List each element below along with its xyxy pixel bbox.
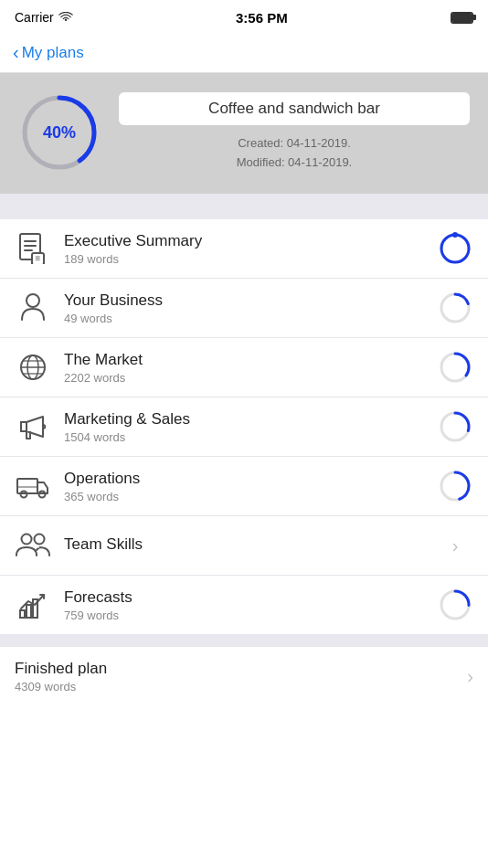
- carrier-label: Carrier: [15, 10, 73, 25]
- ring-indicator-partial: [437, 290, 473, 326]
- truck-icon: [15, 468, 51, 504]
- item-text: Executive Summary 189 words: [64, 232, 424, 266]
- svg-point-30: [35, 535, 45, 545]
- chevron-indicator: ›: [437, 527, 473, 564]
- person-icon: [15, 290, 51, 326]
- nav-bar: ‹ My plans: [0, 33, 488, 73]
- plan-list: ≡ Executive Summary 189 words Your Busin…: [0, 219, 488, 634]
- svg-rect-23: [17, 479, 37, 493]
- back-label: My plans: [22, 44, 84, 62]
- item-text: Team Skills: [64, 535, 424, 556]
- finished-plan-title: Finished plan: [15, 660, 454, 678]
- item-text: Marketing & Sales 1504 words: [64, 410, 424, 444]
- status-time: 3:56 PM: [236, 10, 288, 26]
- list-item[interactable]: Forecasts 759 words: [0, 576, 488, 634]
- ring-indicator-partial: [437, 587, 473, 623]
- ring-indicator-partial: [437, 468, 473, 504]
- list-item[interactable]: Operations 365 words: [0, 457, 488, 516]
- battery-indicator: [451, 12, 473, 24]
- svg-rect-32: [27, 605, 31, 618]
- list-item[interactable]: The Market 2202 words: [0, 338, 488, 397]
- status-bar: Carrier 3:56 PM: [0, 0, 488, 33]
- svg-rect-5: [24, 249, 33, 251]
- wifi-icon: [58, 12, 73, 23]
- item-text: Your Business 49 words: [64, 291, 424, 325]
- list-item[interactable]: Your Business 49 words: [0, 279, 488, 338]
- ring-indicator-full: [437, 230, 473, 267]
- chevron-right-icon: ›: [452, 535, 459, 556]
- svg-rect-4: [24, 245, 37, 247]
- finished-plan-row[interactable]: Finished plan 4309 words ›: [0, 647, 488, 706]
- svg-rect-3: [24, 240, 37, 242]
- section-gap-top: [0, 194, 488, 219]
- item-title: Operations: [64, 470, 424, 488]
- item-subtitle: 49 words: [64, 312, 424, 325]
- people-icon: [15, 527, 51, 564]
- item-subtitle: 1504 words: [64, 430, 424, 444]
- plan-info: Coffee and sandwich bar Created: 04-11-2…: [119, 92, 470, 173]
- svg-rect-31: [20, 610, 25, 618]
- plan-dates: Created: 04-11-2019. Modified: 04-11-201…: [119, 134, 470, 173]
- item-title: The Market: [64, 351, 424, 369]
- item-text: Operations 365 words: [64, 470, 424, 503]
- ring-indicator-partial: [437, 349, 473, 386]
- finished-plan-text: Finished plan 4309 words: [15, 660, 454, 693]
- item-subtitle: 365 words: [64, 490, 424, 503]
- svg-point-11: [27, 294, 39, 307]
- header-section: 40% Coffee and sandwich bar Created: 04-…: [0, 73, 488, 194]
- finished-plan-chevron-icon: ›: [467, 666, 473, 687]
- list-item[interactable]: Team Skills ›: [0, 516, 488, 576]
- item-title: Marketing & Sales: [64, 410, 424, 429]
- list-item[interactable]: Marketing & Sales 1504 words: [0, 397, 488, 457]
- back-chevron-icon: ‹: [13, 43, 19, 61]
- megaphone-icon: [15, 408, 51, 445]
- section-gap-bottom: [0, 634, 488, 647]
- plan-title: Coffee and sandwich bar: [119, 92, 470, 125]
- item-title: Executive Summary: [64, 232, 424, 250]
- progress-label: 40%: [43, 123, 76, 143]
- item-text: Forecasts 759 words: [64, 588, 424, 622]
- item-subtitle: 2202 words: [64, 371, 424, 385]
- svg-point-29: [22, 535, 32, 545]
- finished-plan-subtitle: 4309 words: [15, 680, 454, 693]
- item-text: The Market 2202 words: [64, 351, 424, 385]
- svg-point-9: [441, 235, 469, 262]
- back-button[interactable]: ‹ My plans: [13, 44, 84, 62]
- list-item[interactable]: ≡ Executive Summary 189 words: [0, 219, 488, 279]
- svg-text:≡: ≡: [36, 253, 41, 263]
- globe-icon: [15, 349, 51, 386]
- chart-icon: [15, 587, 51, 623]
- item-title: Your Business: [64, 291, 424, 310]
- item-subtitle: 759 words: [64, 609, 424, 622]
- item-title: Team Skills: [64, 535, 424, 554]
- progress-ring: 40%: [18, 91, 101, 174]
- svg-point-10: [452, 232, 458, 238]
- ring-indicator-partial: [437, 408, 473, 445]
- item-title: Forecasts: [64, 588, 424, 607]
- document-icon: ≡: [15, 230, 51, 267]
- item-subtitle: 189 words: [64, 252, 424, 266]
